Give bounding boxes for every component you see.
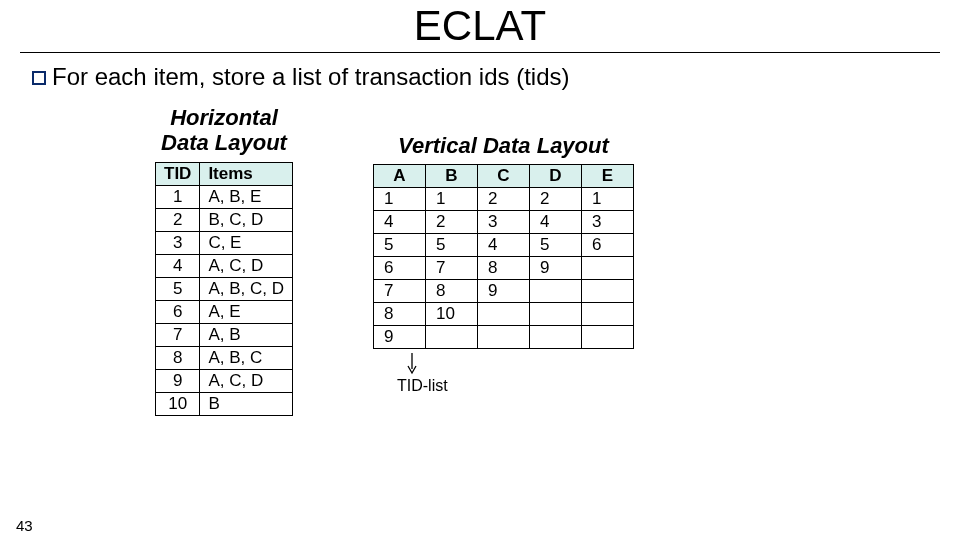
- table-row: 789: [373, 280, 633, 303]
- table-cell: 7: [156, 323, 200, 346]
- table-cell: 3: [477, 211, 529, 234]
- table-cell: 2: [156, 208, 200, 231]
- table-cell: [581, 326, 633, 349]
- table-cell: A, B: [200, 323, 293, 346]
- table-row: 5A, B, C, D: [156, 277, 293, 300]
- title-rule: [20, 52, 940, 53]
- table-cell: 9: [529, 257, 581, 280]
- table-cell: B: [200, 392, 293, 415]
- table-row: 55456: [373, 234, 633, 257]
- table-cell: 3: [156, 231, 200, 254]
- table-cell: 7: [425, 257, 477, 280]
- table-cell: [529, 326, 581, 349]
- table-cell: [477, 303, 529, 326]
- table-cell: 2: [425, 211, 477, 234]
- table-row: 9: [373, 326, 633, 349]
- table-cell: 3: [581, 211, 633, 234]
- table-cell: 6: [156, 300, 200, 323]
- table-cell: [477, 326, 529, 349]
- table-cell: A, B, C, D: [200, 277, 293, 300]
- table-cell: [581, 257, 633, 280]
- horizontal-section: HorizontalData Layout TID Items 1A, B, E…: [155, 105, 293, 416]
- table-cell: 6: [373, 257, 425, 280]
- vertical-section: Vertical Data Layout A B C D E 112214234…: [373, 133, 634, 416]
- table-cell: 1: [373, 188, 425, 211]
- table-cell: B, C, D: [200, 208, 293, 231]
- table-cell: 4: [156, 254, 200, 277]
- table-row: 8A, B, C: [156, 346, 293, 369]
- table-cell: 8: [425, 280, 477, 303]
- table-row: 4A, C, D: [156, 254, 293, 277]
- content-area: HorizontalData Layout TID Items 1A, B, E…: [0, 105, 960, 416]
- table-cell: 10: [425, 303, 477, 326]
- table-cell: 7: [373, 280, 425, 303]
- table-row: 6A, E: [156, 300, 293, 323]
- table-cell: [529, 280, 581, 303]
- table-cell: [425, 326, 477, 349]
- table-row: 6789: [373, 257, 633, 280]
- arrow-down-icon: [407, 353, 417, 375]
- table-cell: 8: [156, 346, 200, 369]
- vert-col-d: D: [529, 165, 581, 188]
- horizontal-table: TID Items 1A, B, E2B, C, D3C, E4A, C, D5…: [155, 162, 293, 416]
- table-cell: A, E: [200, 300, 293, 323]
- table-row: 11221: [373, 188, 633, 211]
- table-cell: A, B, C: [200, 346, 293, 369]
- vertical-table: A B C D E 11221423435545667897898109: [373, 164, 634, 349]
- table-cell: 9: [477, 280, 529, 303]
- table-row: 10B: [156, 392, 293, 415]
- vertical-heading: Vertical Data Layout: [373, 133, 634, 158]
- horizontal-heading: HorizontalData Layout: [155, 105, 293, 156]
- table-cell: 5: [425, 234, 477, 257]
- table-cell: 1: [581, 188, 633, 211]
- table-row: 810: [373, 303, 633, 326]
- vert-col-b: B: [425, 165, 477, 188]
- table-cell: 2: [477, 188, 529, 211]
- table-cell: 6: [581, 234, 633, 257]
- table-row: 3C, E: [156, 231, 293, 254]
- table-cell: 1: [156, 185, 200, 208]
- table-row: 1A, B, E: [156, 185, 293, 208]
- table-cell: 4: [373, 211, 425, 234]
- bullet-square-icon: [32, 71, 46, 85]
- bullet-text: For each item, store a list of transacti…: [52, 63, 570, 91]
- table-cell: 5: [156, 277, 200, 300]
- vertical-arrow-area: TID-list: [407, 353, 634, 395]
- table-cell: 5: [373, 234, 425, 257]
- table-cell: A, B, E: [200, 185, 293, 208]
- table-cell: 10: [156, 392, 200, 415]
- vert-col-c: C: [477, 165, 529, 188]
- bullet-row: For each item, store a list of transacti…: [32, 63, 960, 91]
- table-cell: A, C, D: [200, 254, 293, 277]
- table-cell: A, C, D: [200, 369, 293, 392]
- table-cell: 4: [529, 211, 581, 234]
- table-cell: 1: [425, 188, 477, 211]
- horiz-col-tid: TID: [156, 162, 200, 185]
- table-row: 2B, C, D: [156, 208, 293, 231]
- tid-list-label: TID-list: [397, 377, 634, 395]
- page-number: 43: [16, 517, 33, 534]
- table-row: 7A, B: [156, 323, 293, 346]
- table-cell: 9: [373, 326, 425, 349]
- table-cell: 4: [477, 234, 529, 257]
- table-cell: [529, 303, 581, 326]
- table-cell: 2: [529, 188, 581, 211]
- table-cell: 8: [477, 257, 529, 280]
- table-cell: C, E: [200, 231, 293, 254]
- table-cell: [581, 280, 633, 303]
- slide-title: ECLAT: [0, 2, 960, 50]
- vert-col-a: A: [373, 165, 425, 188]
- horiz-col-items: Items: [200, 162, 293, 185]
- table-cell: 5: [529, 234, 581, 257]
- table-cell: 8: [373, 303, 425, 326]
- table-row: 42343: [373, 211, 633, 234]
- table-cell: 9: [156, 369, 200, 392]
- table-cell: [581, 303, 633, 326]
- vert-col-e: E: [581, 165, 633, 188]
- table-row: 9A, C, D: [156, 369, 293, 392]
